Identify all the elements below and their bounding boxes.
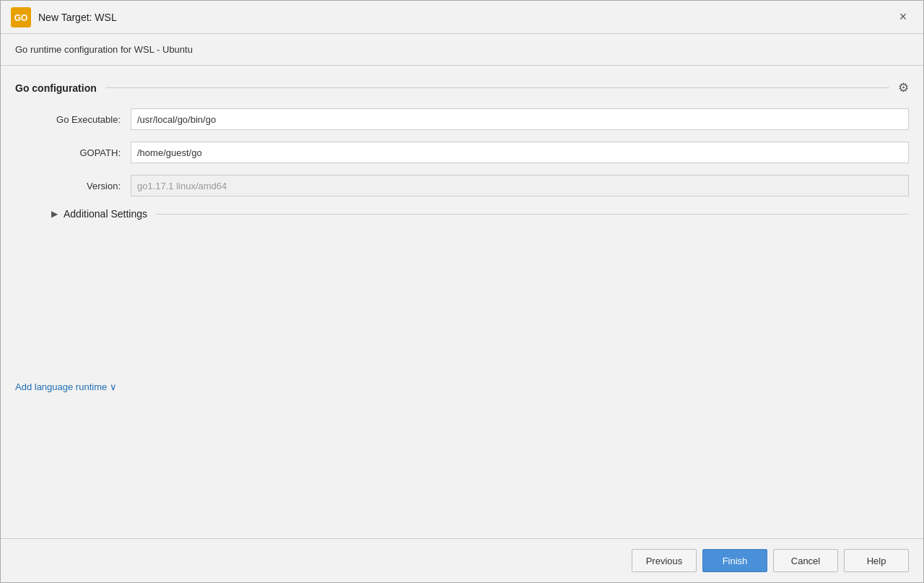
section-header: Go configuration ⚙ [15,80,909,95]
add-runtime-section: Add language runtime ∨ [15,371,909,401]
gear-icon[interactable]: ⚙ [898,80,909,95]
additional-settings-line [156,214,909,215]
add-runtime-label: Add language runtime [15,381,107,392]
main-content: Go configuration ⚙ Go Executable: GOPATH… [1,66,923,538]
section-line [105,87,889,88]
gopath-row: GOPATH: [15,142,909,163]
app-icon: GO [11,7,31,27]
footer: Previous Finish Cancel Help [1,538,923,582]
version-row: Version: [15,175,909,197]
finish-button[interactable]: Finish [702,549,767,572]
expand-arrow-icon: ▶ [51,209,58,219]
go-executable-label: Go Executable: [15,114,131,125]
go-executable-input[interactable] [131,108,909,130]
cancel-button[interactable]: Cancel [773,549,838,572]
go-executable-row: Go Executable: [15,108,909,130]
content-spacer [15,227,909,371]
version-input [131,175,909,197]
section-title: Go configuration [15,82,97,94]
subtitle-text: Go runtime configuration for WSL - Ubunt… [15,44,193,55]
version-label: Version: [15,181,131,191]
additional-settings-label: Additional Settings [64,208,147,220]
svg-text:GO: GO [14,13,28,23]
dialog-title: New Target: WSL [38,12,117,23]
add-language-runtime-button[interactable]: Add language runtime ∨ [15,379,117,395]
additional-settings-row[interactable]: ▶ Additional Settings [15,208,909,220]
gopath-input[interactable] [131,142,909,163]
dialog: GO New Target: WSL × Go runtime configur… [0,0,924,583]
title-bar: GO New Target: WSL × [1,1,923,34]
gopath-label: GOPATH: [15,147,131,158]
title-bar-left: GO New Target: WSL [11,7,117,27]
close-button[interactable]: × [893,7,913,27]
chevron-down-icon: ∨ [110,381,117,392]
previous-button[interactable]: Previous [632,549,697,572]
subtitle-bar: Go runtime configuration for WSL - Ubunt… [1,34,923,66]
help-button[interactable]: Help [844,549,909,572]
